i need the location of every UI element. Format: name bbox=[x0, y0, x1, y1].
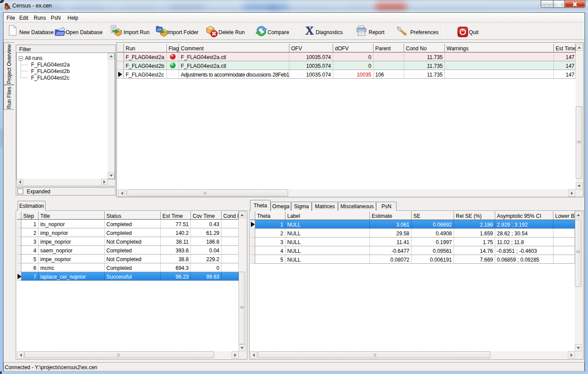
svg-text:X: X bbox=[305, 25, 314, 36]
